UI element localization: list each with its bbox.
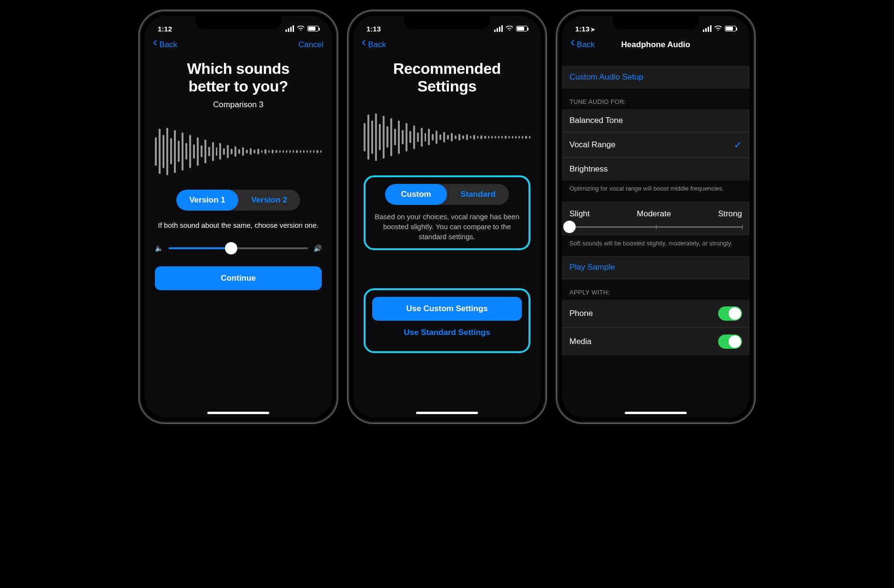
phone-1: 1:12 Back Cancel Which sounds better to … (138, 10, 338, 424)
page-title: Which sounds better to you? (155, 60, 322, 95)
tune-option-label: Vocal Range (569, 140, 615, 150)
notch (613, 16, 699, 29)
play-sample-cell[interactable]: Play Sample (562, 256, 750, 279)
highlight-actions: Use Custom Settings Use Standard Setting… (364, 288, 530, 353)
apply-phone-cell: Phone (562, 300, 750, 328)
waveform-graphic (155, 123, 322, 180)
home-indicator[interactable] (207, 412, 269, 414)
home-indicator[interactable] (625, 412, 687, 414)
description-text: Based on your choices, vocal range has b… (372, 212, 522, 242)
back-button[interactable]: Back (153, 40, 177, 50)
cancel-button[interactable]: Cancel (298, 40, 324, 50)
back-label: Back (159, 40, 177, 50)
chevron-left-icon (570, 40, 575, 50)
intensity-slight: Slight (569, 209, 590, 219)
apply-media-cell: Media (562, 328, 750, 355)
volume-slider-row: 🔈 🔊 (155, 244, 322, 252)
phone-2: 1:13 Back Recommended Settings Custom (347, 10, 547, 424)
home-indicator[interactable] (416, 412, 478, 414)
apply-list: PhoneMedia (562, 300, 750, 355)
seg-version-1[interactable]: Version 1 (176, 190, 238, 211)
nav-bar: Back Cancel (144, 35, 332, 54)
wifi-icon (714, 26, 722, 31)
intensity-moderate: Moderate (637, 209, 671, 219)
apply-label: Media (569, 337, 591, 346)
battery-icon (725, 26, 736, 31)
wifi-icon (506, 26, 513, 31)
phone-3: 1:13➤ Back Headphone Audio Custom Audio … (556, 10, 756, 424)
tune-option-balanced-tone[interactable]: Balanced Tone (562, 109, 750, 132)
custom-audio-setup-cell[interactable]: Custom Audio Setup (562, 66, 750, 89)
tune-footer: Optimizing for vocal range will boost mi… (562, 181, 750, 193)
signal-icon (703, 25, 711, 32)
version-segmented-control: Version 1 Version 2 (176, 190, 300, 211)
waveform-graphic (364, 109, 530, 166)
volume-high-icon: 🔊 (314, 244, 322, 252)
seg-custom[interactable]: Custom (385, 184, 447, 205)
back-label: Back (577, 40, 595, 50)
intensity-footer: Soft sounds will be boosted slightly, mo… (562, 235, 750, 248)
status-time: 1:13➤ (575, 25, 595, 33)
nav-bar: Back (353, 35, 541, 54)
tune-option-brightness[interactable]: Brightness (562, 158, 750, 181)
custom-standard-segmented-control: Custom Standard (385, 184, 509, 205)
intensity-strong: Strong (718, 209, 742, 219)
tune-option-label: Balanced Tone (569, 116, 623, 125)
battery-icon (307, 26, 319, 31)
signal-icon (285, 25, 294, 32)
tune-option-label: Brightness (569, 164, 608, 174)
intensity-slider[interactable] (569, 226, 742, 228)
play-sample-label: Play Sample (569, 263, 615, 272)
hint-text: If both sound about the same, choose ver… (155, 220, 322, 230)
apply-section-header: APPLY WITH: (562, 279, 750, 300)
check-icon: ✓ (734, 139, 742, 151)
wifi-icon (297, 26, 305, 31)
back-button[interactable]: Back (362, 40, 386, 50)
chevron-left-icon (153, 40, 157, 50)
seg-version-2[interactable]: Version 2 (238, 190, 300, 211)
battery-icon (516, 26, 528, 31)
nav-bar: Back Headphone Audio (562, 35, 750, 54)
back-label: Back (368, 40, 386, 50)
toggle-media[interactable] (718, 335, 742, 349)
volume-slider[interactable] (169, 247, 308, 249)
notch (404, 16, 490, 29)
tune-section-header: TUNE AUDIO FOR: (562, 89, 750, 109)
chevron-left-icon (362, 40, 366, 50)
volume-low-icon: 🔈 (155, 244, 163, 252)
status-time: 1:12 (158, 25, 172, 33)
status-time: 1:13 (366, 25, 381, 33)
use-custom-button[interactable]: Use Custom Settings (372, 297, 522, 321)
seg-standard[interactable]: Standard (447, 184, 509, 205)
subtitle: Comparison 3 (155, 100, 322, 110)
tune-options-list: Balanced ToneVocal Range✓Brightness (562, 109, 750, 181)
back-button[interactable]: Back (570, 40, 595, 50)
apply-label: Phone (569, 309, 593, 318)
page-title: Recommended Settings (364, 60, 530, 95)
tune-option-vocal-range[interactable]: Vocal Range✓ (562, 132, 750, 158)
use-standard-button[interactable]: Use Standard Settings (372, 321, 522, 345)
notch (195, 16, 281, 29)
highlight-compare: Custom Standard Based on your choices, v… (364, 175, 530, 250)
intensity-labels: Slight Moderate Strong (562, 202, 750, 219)
custom-audio-setup-label: Custom Audio Setup (569, 72, 643, 82)
location-icon: ➤ (590, 26, 595, 33)
toggle-phone[interactable] (718, 306, 742, 321)
continue-button[interactable]: Continue (155, 266, 322, 290)
signal-icon (494, 25, 503, 32)
